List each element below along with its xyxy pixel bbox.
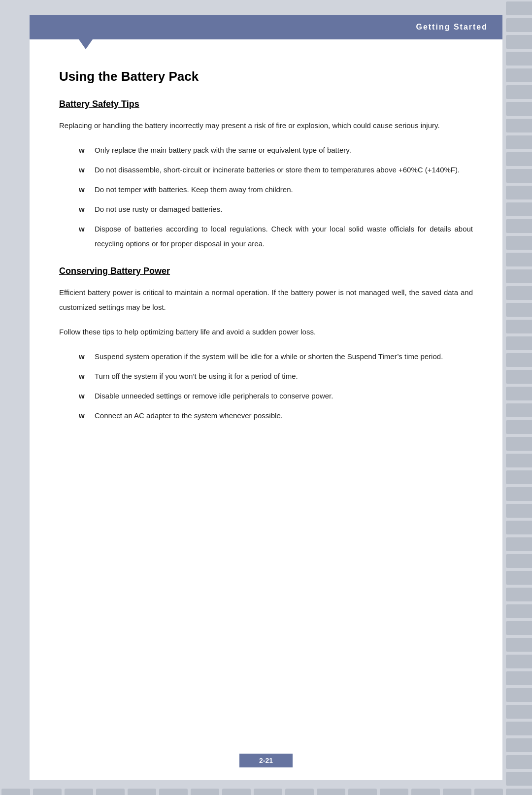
header-bar: Getting Started (30, 15, 502, 39)
bullet-text: Dispose of batteries according to local … (95, 222, 473, 251)
footer-area: 2-21 (30, 741, 502, 780)
safety-bullet-list: w Only replace the main battery pack wit… (79, 143, 473, 251)
bullet-marker: w (79, 222, 87, 236)
section-title-battery-safety: Battery Safety Tips (59, 99, 473, 109)
bullet-marker: w (79, 369, 87, 384)
bullet-marker: w (79, 143, 87, 158)
list-item: w Only replace the main battery pack wit… (79, 143, 473, 158)
bullet-marker: w (79, 389, 87, 403)
list-item: w Suspend system operation if the system… (79, 349, 473, 364)
safety-paragraph: Replacing or handling the battery incorr… (59, 118, 473, 133)
down-arrow-icon (79, 39, 93, 49)
list-item: w Turn off the system if you won’t be us… (79, 369, 473, 384)
section-title-conserving: Conserving Battery Power (59, 266, 473, 276)
bullet-text: Suspend system operation if the system w… (95, 349, 473, 364)
conserving-bullet-list: w Suspend system operation if the system… (79, 349, 473, 423)
bullet-text: Only replace the main battery pack with … (95, 143, 473, 158)
bullet-marker: w (79, 408, 87, 423)
bullet-text: Connect an AC adapter to the system when… (95, 408, 473, 423)
bullet-text: Disable unneeded settings or remove idle… (95, 389, 473, 403)
bullet-text: Do not temper with batteries. Keep them … (95, 182, 473, 197)
bullet-marker: w (79, 182, 87, 197)
list-item: w Do not disassemble, short-circuit or i… (79, 163, 473, 177)
list-item: w Connect an AC adapter to the system wh… (79, 408, 473, 423)
bullet-text: Do not disassemble, short-circuit or inc… (95, 163, 473, 177)
bullet-text: Turn off the system if you won’t be usin… (95, 369, 473, 384)
list-item: w Disable unneeded settings or remove id… (79, 389, 473, 403)
list-item: w Do not use rusty or damaged batteries. (79, 202, 473, 217)
bullet-marker: w (79, 202, 87, 217)
page-main-title: Using the Battery Pack (59, 69, 473, 84)
section-battery-safety: Battery Safety Tips Replacing or handlin… (59, 99, 473, 251)
bullet-marker: w (79, 349, 87, 364)
list-item: w Do not temper with batteries. Keep the… (79, 182, 473, 197)
conserving-paragraph-1: Efficient battery power is critical to m… (59, 285, 473, 315)
bullet-text: Do not use rusty or damaged batteries. (95, 202, 473, 217)
bullet-marker: w (79, 163, 87, 177)
list-item: w Dispose of batteries according to loca… (79, 222, 473, 251)
header-title: Getting Started (416, 23, 488, 32)
section-conserving-battery: Conserving Battery Power Efficient batte… (59, 266, 473, 423)
page-number: 2-21 (239, 754, 293, 767)
conserving-paragraph-2: Follow these tips to help optimizing bat… (59, 325, 473, 339)
